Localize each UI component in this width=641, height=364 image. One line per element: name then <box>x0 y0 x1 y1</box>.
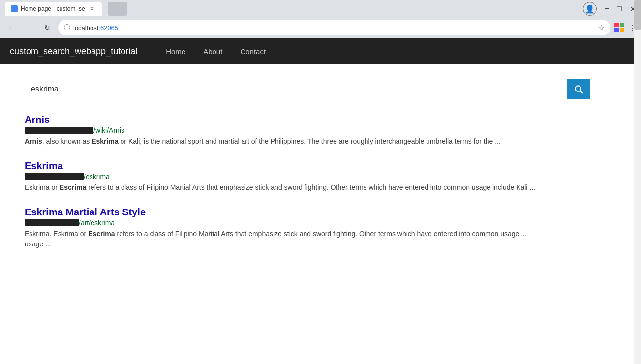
result-url-path: /wiki/Arnis <box>93 126 124 134</box>
result-snippet: Eskrima or Escrima refers to a class of … <box>25 182 566 193</box>
page-content: custom_search_webapp_tutorial Home About… <box>0 38 641 364</box>
result-item: Eskrima Martial Arts Style /art/eskrima … <box>25 207 566 249</box>
nav-link-home[interactable]: Home <box>162 45 189 58</box>
tab-close-button[interactable]: ✕ <box>88 5 96 13</box>
tab-icon <box>11 5 18 12</box>
result-url-line: /eskrima <box>25 173 566 181</box>
profile-button[interactable]: 👤 <box>583 2 597 16</box>
search-box-wrapper <box>25 79 590 99</box>
result-url-path: /art/eskrima <box>79 219 115 227</box>
title-bold-part: Eskrima <box>25 207 63 217</box>
result-title[interactable]: Eskrima <box>25 160 63 171</box>
search-button[interactable] <box>567 79 590 99</box>
snippet-bold-1: Escrima <box>60 183 86 191</box>
forward-button[interactable]: → <box>23 21 36 34</box>
new-tab-area <box>108 2 127 16</box>
nav-link-contact[interactable]: Contact <box>236 45 270 58</box>
snippet-bold-1: Escrima <box>88 230 115 238</box>
result-title[interactable]: Eskrima Martial Arts Style <box>25 207 146 217</box>
result-item: Arnis /wiki/Arnis Arnis, also known as E… <box>25 114 566 147</box>
refresh-button[interactable]: ↻ <box>40 21 54 34</box>
snippet-bold-prefix: Arnis <box>25 137 42 145</box>
result-url-path: /eskrima <box>84 173 110 181</box>
title-bar-left: Home page - custom_se ✕ <box>5 2 127 16</box>
url-text: localhost: <box>73 24 100 31</box>
search-input[interactable] <box>25 79 567 99</box>
result-snippet: Eskrima. Eskrima or Escrima refers to a … <box>25 229 566 249</box>
address-bar-row: ← → ↻ ⓘ localhost:62065 ☆ ⋮ <box>0 18 641 38</box>
nav-links: Home About Contact <box>162 45 270 58</box>
restore-button[interactable]: □ <box>617 4 622 13</box>
minimize-button[interactable]: − <box>605 4 609 13</box>
info-icon: ⓘ <box>64 23 70 32</box>
address-bar[interactable]: ⓘ localhost:62065 ☆ <box>58 20 610 35</box>
svg-line-1 <box>580 91 583 93</box>
snippet-bold-1: Eskrima <box>92 137 118 145</box>
search-icon <box>574 84 583 94</box>
browser-chrome: Home page - custom_se ✕ 👤 − □ ✕ ← → ↻ ⓘ … <box>0 0 641 38</box>
windows-logo <box>614 23 624 32</box>
result-url-domain <box>25 173 84 180</box>
back-button[interactable]: ← <box>5 21 19 34</box>
result-url-domain <box>25 219 79 226</box>
nav-link-about[interactable]: About <box>199 45 226 58</box>
site-navbar: custom_search_webapp_tutorial Home About… <box>0 38 641 64</box>
search-area <box>0 64 641 109</box>
active-tab[interactable]: Home page - custom_se ✕ <box>5 2 102 16</box>
profile-icon: 👤 <box>585 4 595 14</box>
site-brand: custom_search_webapp_tutorial <box>10 46 137 57</box>
result-url-domain <box>25 127 93 134</box>
result-title[interactable]: Arnis <box>25 114 50 125</box>
bookmark-icon[interactable]: ☆ <box>598 23 605 32</box>
result-url-line: /wiki/Arnis <box>25 126 566 134</box>
result-snippet: Arnis, also known as Eskrima or Kali, is… <box>25 136 566 147</box>
window-controls: 👤 − □ ✕ <box>583 2 636 16</box>
result-item: Eskrima /eskrima Eskrima or Escrima refe… <box>25 160 566 193</box>
scrollbar-track[interactable] <box>634 38 641 364</box>
title-bar: Home page - custom_se ✕ 👤 − □ ✕ <box>0 0 641 18</box>
url-port: 62065 <box>100 24 118 31</box>
url-display[interactable]: localhost:62065 <box>73 24 595 31</box>
result-url-line: /art/eskrima <box>25 219 566 227</box>
results-area: Arnis /wiki/Arnis Arnis, also known as E… <box>0 109 590 268</box>
tab-title: Home page - custom_se <box>21 5 85 12</box>
